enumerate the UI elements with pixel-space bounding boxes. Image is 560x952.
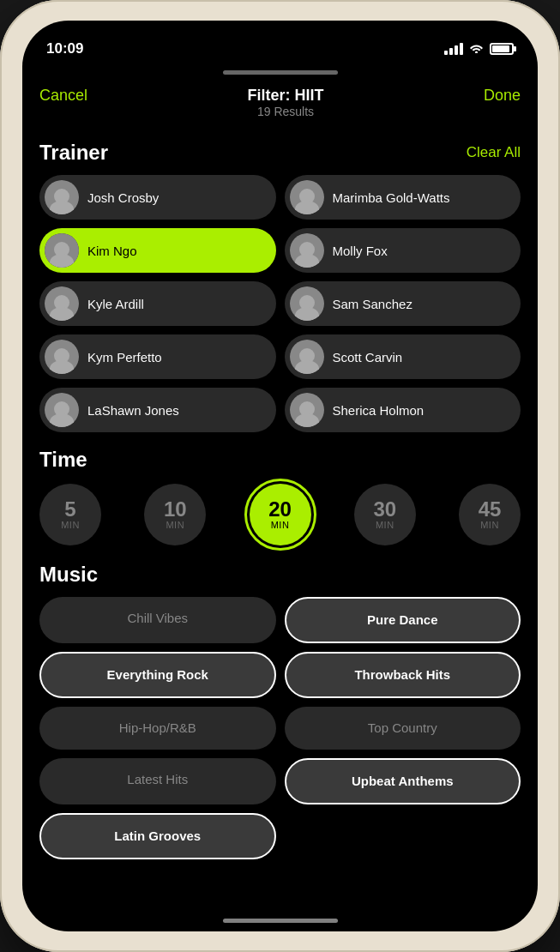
trainer-name: Sherica Holmon: [333, 403, 425, 418]
music-hip-hop-rnb[interactable]: Hip-Hop/R&B: [39, 707, 276, 750]
time-value: 30: [373, 499, 396, 520]
phone-frame: 10:09: [0, 0, 560, 952]
avatar-kim-ngo: [45, 233, 79, 268]
done-button[interactable]: Done: [484, 87, 521, 105]
time-value: 20: [268, 499, 292, 520]
music-genre-label: Hip-Hop/R&B: [119, 720, 196, 735]
music-section-header: Music: [39, 563, 521, 587]
time-45min[interactable]: 45 MIN: [459, 484, 521, 545]
music-genre-label: Latest Hits: [127, 772, 188, 786]
avatar-molly-fox: [290, 233, 324, 268]
music-everything-rock[interactable]: Everything Rock: [39, 652, 276, 698]
music-pure-dance[interactable]: Pure Dance: [285, 597, 521, 643]
avatar-josh-crosby: [45, 180, 79, 214]
trainer-name: Sam Sanchez: [333, 297, 412, 311]
time-value: 10: [164, 499, 187, 520]
trainer-name: Marimba Gold-Watts: [333, 190, 450, 205]
music-grid: Chill Vibes Pure Dance Everything Rock T…: [39, 597, 521, 859]
trainer-josh-crosby[interactable]: Josh Crosby: [39, 175, 276, 220]
trainer-name: Kym Perfetto: [87, 350, 162, 365]
status-time: 10:09: [46, 40, 83, 57]
music-top-country[interactable]: Top Country: [285, 707, 521, 750]
time-unit: MIN: [480, 520, 499, 530]
time-title: Time: [39, 448, 87, 472]
time-options-row: 5 MIN 10 MIN 20 MIN 30 MIN 45 MIN: [39, 484, 521, 545]
avatar-lashawn-jones: [45, 393, 79, 427]
time-value: 5: [64, 499, 75, 520]
trainer-scott-carvin[interactable]: Scott Carvin: [285, 334, 521, 379]
home-indicator: [223, 919, 338, 923]
trainer-name: Molly Fox: [333, 244, 388, 258]
nav-bar: Cancel Filter: HIIT 19 Results Done: [22, 75, 538, 125]
scroll-content[interactable]: Trainer Clear All Josh Crosby Marimba Go…: [22, 125, 538, 912]
music-latest-hits[interactable]: Latest Hits: [39, 758, 276, 804]
music-latin-grooves[interactable]: Latin Grooves: [39, 813, 276, 859]
filter-title-block: Filter: HIIT 19 Results: [248, 87, 324, 118]
wifi-icon: [469, 42, 484, 56]
dynamic-island: [226, 33, 334, 63]
time-10min[interactable]: 10 MIN: [144, 484, 206, 545]
status-icons: [444, 42, 514, 56]
music-genre-label: Upbeat Anthems: [352, 774, 454, 788]
time-section-header: Time: [39, 448, 521, 472]
avatar-sherica-holmon: [290, 393, 324, 427]
avatar-marimba: [290, 180, 324, 214]
trainer-grid: Josh Crosby Marimba Gold-Watts Kim Ngo M…: [39, 175, 521, 432]
signal-icon: [444, 43, 463, 55]
trainer-name: Kim Ngo: [87, 244, 137, 258]
trainer-lashawn-jones[interactable]: LaShawn Jones: [39, 388, 276, 432]
music-genre-label: Top Country: [368, 720, 437, 735]
phone-screen: 10:09: [22, 21, 538, 931]
music-upbeat-anthems[interactable]: Upbeat Anthems: [285, 758, 521, 804]
time-unit: MIN: [376, 520, 394, 530]
filter-subtitle: 19 Results: [248, 105, 324, 118]
time-unit: MIN: [61, 520, 80, 530]
trainer-kym-perfetto[interactable]: Kym Perfetto: [39, 334, 276, 379]
music-chill-vibes[interactable]: Chill Vibes: [39, 597, 276, 643]
trainer-marimba-gold-watts[interactable]: Marimba Gold-Watts: [285, 175, 521, 220]
clear-all-button[interactable]: Clear All: [467, 144, 521, 161]
music-genre-label: Latin Grooves: [114, 828, 201, 843]
avatar-scott-carvin: [290, 340, 324, 374]
time-value: 45: [479, 499, 502, 520]
trainer-kyle-ardill[interactable]: Kyle Ardill: [39, 281, 276, 326]
avatar-sam-sanchez: [290, 286, 324, 321]
trainer-title: Trainer: [39, 141, 108, 165]
music-throwback-hits[interactable]: Throwback Hits: [285, 652, 521, 698]
time-unit: MIN: [166, 520, 184, 530]
avatar-kyle-ardill: [45, 286, 79, 321]
time-30min[interactable]: 30 MIN: [354, 484, 416, 545]
time-20min[interactable]: 20 MIN: [250, 484, 311, 545]
filter-title: Filter: HIIT: [248, 87, 324, 105]
time-5min[interactable]: 5 MIN: [39, 484, 101, 545]
battery-icon: [490, 43, 514, 55]
cancel-button[interactable]: Cancel: [39, 87, 87, 105]
avatar-kym-perfetto: [45, 340, 79, 374]
trainer-sherica-holmon[interactable]: Sherica Holmon: [285, 388, 521, 432]
music-title: Music: [39, 563, 98, 587]
music-genre-label: Throwback Hits: [354, 667, 450, 682]
trainer-name: Scott Carvin: [333, 350, 403, 365]
trainer-name: Josh Crosby: [87, 190, 159, 205]
trainer-name: Kyle Ardill: [87, 297, 144, 311]
music-genre-label: Chill Vibes: [127, 611, 188, 625]
trainer-sam-sanchez[interactable]: Sam Sanchez: [285, 281, 521, 326]
time-unit: MIN: [271, 520, 290, 530]
trainer-molly-fox[interactable]: Molly Fox: [285, 228, 521, 273]
trainer-section-header: Trainer Clear All: [39, 141, 521, 165]
trainer-kim-ngo[interactable]: Kim Ngo: [39, 228, 276, 273]
trainer-name: LaShawn Jones: [87, 403, 179, 418]
music-genre-label: Everything Rock: [107, 667, 208, 682]
music-genre-label: Pure Dance: [367, 612, 438, 627]
